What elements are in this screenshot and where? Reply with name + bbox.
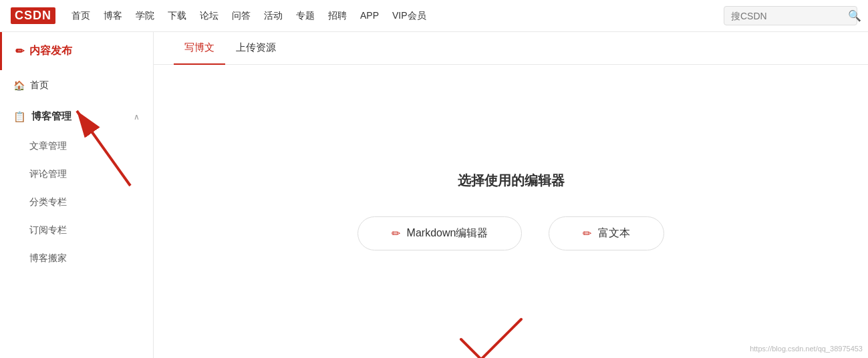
sidebar-blog-left: 📋 博客管理 — [13, 110, 71, 123]
home-icon: 🏠 — [13, 80, 25, 91]
sidebar-item-category[interactable]: 分类专栏 — [0, 188, 153, 216]
layout: ✏ 内容发布 🏠 首页 📋 博客管理 ∧ 文章管理 评论管理 分类专栏 订阅专栏… — [0, 32, 868, 358]
nav-vip[interactable]: VIP会员 — [392, 10, 426, 22]
sidebar-item-subscribe[interactable]: 订阅专栏 — [0, 216, 153, 244]
content-publish-icon: ✏ — [15, 45, 24, 57]
sidebar-header[interactable]: ✏ 内容发布 — [0, 32, 153, 70]
tab-write-blog[interactable]: 写博文 — [174, 32, 225, 65]
richtext-editor-button[interactable]: ✏ 富文本 — [549, 216, 664, 250]
logo-csdn-text: CSDN — [11, 7, 55, 24]
editor-select-title: 选择使用的编辑器 — [458, 172, 565, 190]
sidebar-item-comment[interactable]: 评论管理 — [0, 160, 153, 188]
nav-download[interactable]: 下载 — [168, 10, 186, 22]
nav-academy[interactable]: 学院 — [136, 10, 154, 22]
nav-qa[interactable]: 问答 — [232, 10, 251, 22]
sidebar-item-migrate[interactable]: 博客搬家 — [0, 244, 153, 273]
nav-links: 首页 博客 学院 下载 论坛 问答 活动 专题 招聘 APP VIP会员 — [71, 10, 721, 22]
sidebar: ✏ 内容发布 🏠 首页 📋 博客管理 ∧ 文章管理 评论管理 分类专栏 订阅专栏… — [0, 32, 154, 358]
markdown-editor-label: Markdown编辑器 — [407, 226, 488, 240]
search-input[interactable] — [731, 11, 848, 21]
nav-app[interactable]: APP — [360, 10, 379, 22]
tabs: 写博文 上传资源 — [154, 32, 868, 65]
richtext-editor-label: 富文本 — [598, 226, 630, 240]
tab-upload-resource[interactable]: 上传资源 — [225, 32, 287, 65]
sidebar-blog-label: 博客管理 — [31, 110, 71, 123]
sidebar-section-blog[interactable]: 📋 博客管理 ∧ — [0, 101, 153, 132]
sidebar-home-label: 首页 — [30, 79, 49, 92]
editor-buttons: ✏ Markdown编辑器 ✏ 富文本 — [357, 216, 665, 250]
sidebar-item-home[interactable]: 🏠 首页 — [0, 70, 153, 101]
top-nav: CSDN 首页 博客 学院 下载 论坛 问答 活动 专题 招聘 APP VIP会… — [0, 0, 868, 32]
search-box[interactable]: 🔍 — [724, 6, 857, 25]
nav-blog[interactable]: 博客 — [104, 10, 122, 22]
nav-jobs[interactable]: 招聘 — [328, 10, 347, 22]
search-button[interactable]: 🔍 — [848, 9, 861, 22]
nav-forum[interactable]: 论坛 — [200, 10, 219, 22]
nav-special[interactable]: 专题 — [296, 10, 315, 22]
editor-select-area: 选择使用的编辑器 ✏ Markdown编辑器 ✏ 富文本 — [154, 65, 868, 357]
nav-home[interactable]: 首页 — [71, 10, 90, 22]
sidebar-item-article[interactable]: 文章管理 — [0, 132, 153, 160]
nav-events[interactable]: 活动 — [264, 10, 283, 22]
markdown-icon: ✏ — [392, 227, 400, 240]
main-content: 写博文 上传资源 选择使用的编辑器 ✏ Markdown编辑器 ✏ 富文本 ht… — [154, 32, 868, 358]
blog-manage-icon: 📋 — [13, 111, 26, 123]
markdown-editor-button[interactable]: ✏ Markdown编辑器 — [357, 216, 523, 250]
watermark-url: https://blog.csdn.net/qq_38975453 — [750, 345, 863, 353]
sidebar-header-label: 内容发布 — [29, 44, 72, 58]
logo[interactable]: CSDN — [11, 7, 55, 24]
richtext-icon: ✏ — [583, 227, 591, 240]
chevron-up-icon: ∧ — [134, 112, 140, 122]
